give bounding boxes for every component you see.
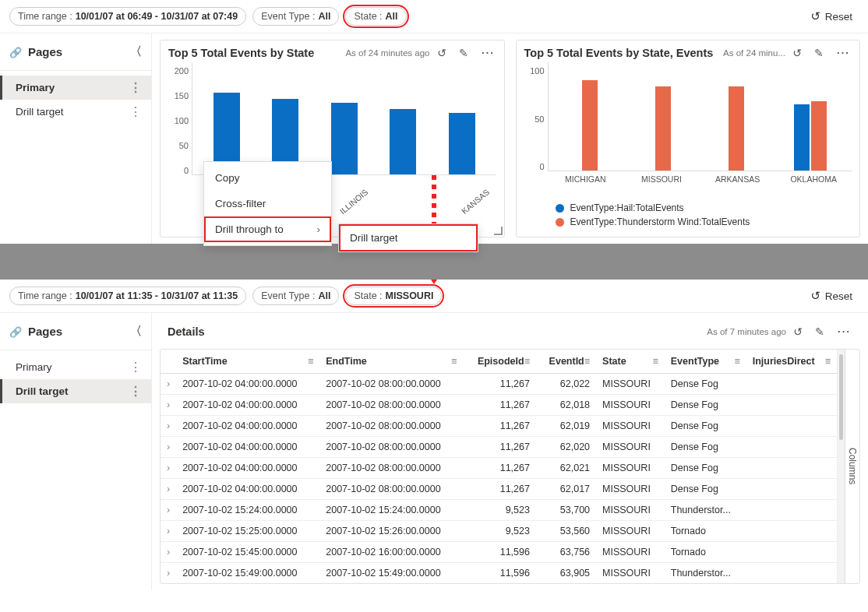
details-header: Details As of 7 minutes ago [160,319,860,344]
pages-sidebar: Pages 〈 Primary ⋮ Drill target ⋮ [0,33,152,244]
more-icon[interactable] [834,47,852,59]
ctx-cross-filter[interactable]: Cross-filter [204,191,331,216]
card-title: Top 5 Total Events by State [168,47,314,59]
context-submenu: Drill target [338,223,478,252]
asof-text: As of 7 minutes ago [707,325,805,338]
details-title: Details [168,325,205,338]
ctx-sub-drill-target[interactable]: Drill target [339,224,478,251]
legend-swatch-thunder [556,218,564,227]
scrollbar[interactable] [837,350,845,583]
reset-button[interactable]: Reset [804,286,859,306]
details-content: Details As of 7 minutes ago StartTime≡ [152,313,868,590]
details-table[interactable]: StartTime≡ EndTime≡ EpisodeId≡ EventId≡ … [161,350,837,583]
pages-header: Pages 〈 [0,318,151,345]
col-endtime: EndTime≡ [319,350,463,374]
table-row[interactable]: ›2007-10-02 04:00:00.00002007-10-02 08:0… [161,479,837,500]
page-item-more-icon[interactable]: ⋮ [129,84,142,92]
pages-header: Pages 〈 [0,38,151,65]
filter-bar: Time range : 10/01/07 at 06:49 - 10/31/0… [0,0,868,33]
asof-text: As of 24 minu... [723,47,804,59]
col-state: State≡ [596,350,665,374]
pages-sidebar: Pages 〈 Primary ⋮ Drill target ⋮ [0,313,152,590]
filter-time-range[interactable]: Time range : 10/01/07 at 11:35 - 10/31/0… [9,287,246,305]
filter-time-range[interactable]: Time range : 10/01/07 at 06:49 - 10/31/0… [9,7,246,26]
asof-text: As of 24 minutes ago [345,47,448,59]
context-menu: Copy Cross-filter Drill through to › [203,161,332,246]
page-item-drill-target[interactable]: Drill target ⋮ [0,100,151,124]
collapse-sidebar-icon[interactable]: 〈 [130,324,142,339]
filter-event-type[interactable]: Event Type : All [252,7,339,26]
dashboard-content: Top 5 Total Events by State As of 24 min… [152,33,868,244]
table-row[interactable]: ›2007-10-02 04:00:00.00002007-10-02 08:0… [161,437,837,458]
filter-bar: Time range : 10/01/07 at 11:35 - 10/31/0… [0,280,868,313]
chart-legend: EventType:Hail:TotalEvents EventType:Thu… [524,202,852,227]
reset-icon [810,289,820,303]
more-icon[interactable] [478,47,496,59]
table-row[interactable]: ›2007-10-02 04:00:00.00002007-10-02 08:0… [161,416,837,437]
pages-icon [9,45,22,58]
refresh-icon[interactable] [790,47,804,59]
table-row[interactable]: ›2007-10-02 15:25:00.00002007-10-02 15:2… [161,521,837,542]
edit-icon[interactable] [457,47,471,59]
refresh-icon[interactable] [435,47,449,59]
card-title: Top 5 Total Events by State, Events [524,47,714,59]
edit-icon[interactable] [813,325,827,338]
columns-tab[interactable]: Columns [845,350,859,583]
page-item-primary[interactable]: Primary ⋮ [0,355,151,379]
edit-icon[interactable] [812,47,826,59]
col-eventid: EventId≡ [536,350,596,374]
refresh-icon[interactable] [791,325,805,338]
ctx-copy[interactable]: Copy [204,165,331,191]
col-episodeid: EpisodeId≡ [463,350,536,374]
col-starttime: StartTime≡ [176,350,319,374]
card-top5-by-state: Top 5 Total Events by State As of 24 min… [160,40,505,237]
table-row[interactable]: ›2007-10-02 15:49:00.00002007-10-02 15:4… [161,563,837,584]
collapse-sidebar-icon[interactable]: 〈 [130,44,142,59]
table-row[interactable]: ›2007-10-02 04:00:00.00002007-10-02 08:0… [161,374,837,395]
col-eventtype: EventType≡ [665,350,746,374]
more-icon[interactable] [834,325,852,338]
legend-swatch-hail [556,204,564,213]
card-top5-by-state-events: Top 5 Total Events by State, Events As o… [516,40,861,237]
table-row[interactable]: ›2007-10-02 15:45:00.00002007-10-02 16:0… [161,542,837,563]
table-row[interactable]: ›2007-10-02 04:00:00.00002007-10-02 08:0… [161,395,837,416]
page-item-primary[interactable]: Primary ⋮ [0,76,151,100]
page-item-more-icon[interactable]: ⋮ [129,108,142,116]
filter-event-type[interactable]: Event Type : All [252,287,339,305]
table-row[interactable]: ›2007-10-02 04:00:00.00002007-10-02 08:0… [161,458,837,479]
reset-button[interactable]: Reset [804,6,859,26]
filter-state[interactable]: State : MISSOURI [345,287,442,305]
page-item-more-icon[interactable]: ⋮ [129,388,142,396]
col-injuriesdirect: InjuriesDirect≡ [746,350,837,374]
filter-state[interactable]: State : All [345,7,406,26]
chevron-right-icon: › [317,223,321,235]
table-row[interactable]: ›2007-10-02 15:24:00.00002007-10-02 15:2… [161,500,837,521]
reset-icon [810,9,820,23]
ctx-drill-through[interactable]: Drill through to › [204,216,331,242]
chart-2[interactable]: 100500 MICHIGANMISSOURIARKANSASOKLAHOMA [524,62,852,195]
details-table-wrap: StartTime≡ EndTime≡ EpisodeId≡ EventId≡ … [160,349,860,584]
pages-icon [9,325,22,338]
page-item-more-icon[interactable]: ⋮ [129,364,142,371]
screen-drill-target: Time range : 10/01/07 at 11:35 - 10/31/0… [0,280,868,590]
page-item-drill-target[interactable]: Drill target ⋮ [0,379,151,403]
